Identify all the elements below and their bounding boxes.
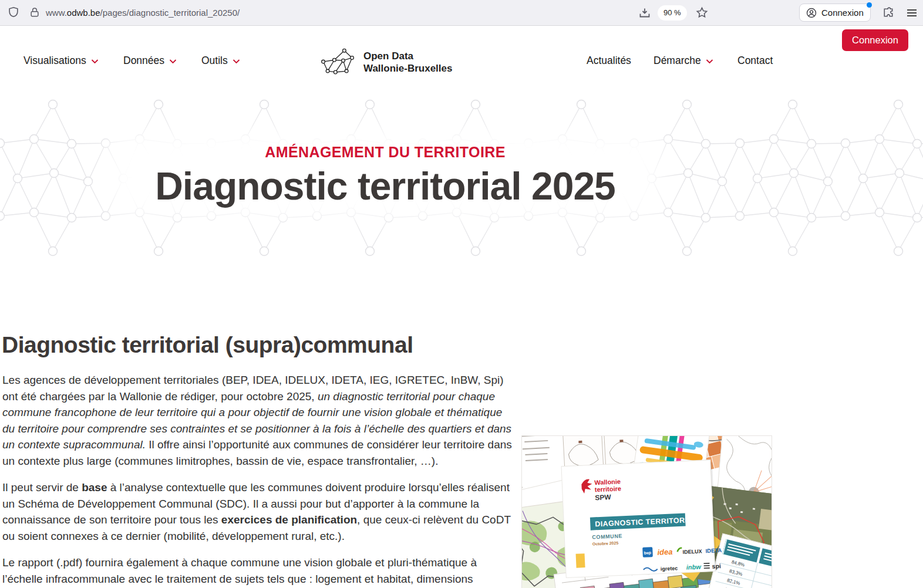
menu-hamburger-icon[interactable] (905, 6, 919, 20)
chevron-down-icon (233, 59, 240, 64)
hero-banner: AMÉNAGEMENT DU TERRITOIRE Diagnostic ter… (0, 94, 923, 257)
nav-item-visualisations[interactable]: Visualisations (23, 55, 99, 67)
svg-text:IDETA: IDETA (705, 547, 722, 554)
site-header: Visualisations Données Outils Open Data … (0, 26, 923, 94)
nav-item-outils[interactable]: Outils (201, 55, 240, 67)
lock-icon[interactable] (29, 6, 43, 20)
browser-account-button[interactable]: Connexion (799, 4, 871, 22)
svg-text:SPW: SPW (595, 493, 612, 502)
url-bar[interactable]: www.odwb.be/pages/diagnostic_territorial… (46, 0, 240, 26)
account-icon (806, 7, 817, 19)
notification-dot (867, 2, 872, 8)
nav-item-contact[interactable]: Contact (737, 55, 773, 67)
zoom-level-badge[interactable]: 90 % (658, 5, 687, 21)
logo-text-line1: Open Data (363, 50, 452, 62)
chevron-down-icon (706, 59, 713, 64)
connexion-button[interactable]: Connexion (842, 29, 908, 51)
odwb-logo[interactable]: Open Data Wallonie-Bruxelles (319, 48, 452, 77)
chevron-down-icon (169, 59, 177, 64)
article-body: Les agences de développement territorial… (2, 372, 512, 588)
svg-text:spi: spi (712, 562, 721, 570)
page-title: Diagnostic territorial 2025 (0, 165, 770, 207)
paragraph-2: Il peut servir de base à l’analyse conte… (2, 479, 512, 544)
nav-item-demarche[interactable]: Démarche (653, 55, 713, 67)
extensions-puzzle-icon[interactable] (881, 6, 895, 20)
chevron-down-icon (91, 59, 99, 64)
svg-text:igretec: igretec (661, 565, 678, 572)
paragraph-3: Le rapport (.pdf) fournira également à c… (2, 555, 512, 588)
logo-text-line2: Wallonie-Bruxelles (363, 62, 452, 75)
article-heading: Diagnostic territorial (supra)communal (2, 332, 413, 358)
browser-toolbar: www.odwb.be/pages/diagnostic_territorial… (0, 0, 923, 26)
report-cover-card: Wallonie territoire SPW DIAGNOSTIC TERRI… (561, 459, 723, 577)
svg-text:idea: idea (657, 548, 673, 557)
article-illustration: 84,8% 83,3% 82,1% 81,8% 75,4% (521, 435, 772, 588)
hero-kicker: AMÉNAGEMENT DU TERRITOIRE (0, 144, 770, 161)
download-icon[interactable] (638, 6, 652, 20)
network-logo-icon (319, 48, 358, 77)
page: www.odwb.be/pages/diagnostic_territorial… (0, 0, 923, 588)
nav-item-actualites[interactable]: Actualités (587, 55, 631, 67)
nav-item-donnees[interactable]: Données (123, 55, 177, 67)
paragraph-1: Les agences de développement territorial… (2, 372, 512, 469)
svg-text:inbw: inbw (686, 563, 702, 570)
bookmark-star-icon[interactable] (695, 6, 709, 20)
svg-text:territoire: territoire (595, 485, 622, 493)
shield-icon[interactable] (7, 6, 21, 20)
svg-text:IDELUX: IDELUX (682, 548, 702, 555)
